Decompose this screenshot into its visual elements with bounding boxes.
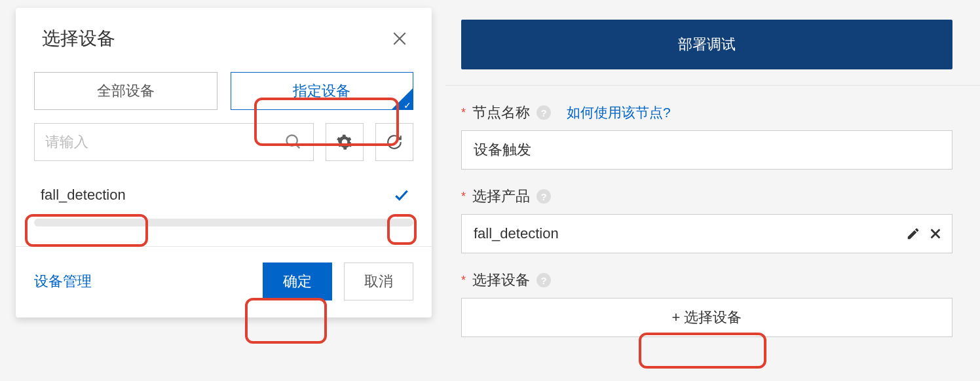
close-icon[interactable] — [388, 27, 411, 50]
help-icon[interactable]: ? — [537, 105, 551, 120]
refresh-button[interactable] — [375, 123, 413, 161]
product-row: fall_detection — [461, 214, 952, 253]
select-device-label: 选择设备 — [472, 270, 530, 290]
modal-body: 全部设备 指定设备 ✓ fall_detection — [16, 63, 432, 227]
deploy-debug-button[interactable]: 部署调试 — [461, 20, 952, 69]
node-help-link[interactable]: 如何使用该节点? — [567, 103, 671, 122]
select-device-button[interactable]: + 选择设备 — [461, 298, 952, 337]
delete-icon[interactable] — [928, 227, 943, 241]
banner-wrap: 部署调试 — [445, 0, 980, 86]
help-icon[interactable]: ? — [537, 189, 551, 204]
svg-point-2 — [287, 136, 297, 146]
edit-icon[interactable] — [906, 227, 920, 241]
config-panel: 部署调试 * 节点名称 ? 如何使用该节点? * 选择产品 ? fall_det… — [432, 0, 980, 381]
device-item[interactable]: fall_detection — [34, 179, 413, 211]
product-name: fall_detection — [474, 225, 559, 242]
required-mark: * — [461, 274, 466, 287]
search-row — [34, 123, 413, 161]
select-device-btn-label: 选择设备 — [684, 308, 742, 327]
modal-header: 选择设备 — [16, 8, 432, 63]
select-device-modal: 选择设备 全部设备 指定设备 ✓ — [16, 8, 432, 318]
cancel-button[interactable]: 取消 — [344, 263, 413, 300]
modal-footer: 设备管理 确定 取消 — [16, 246, 432, 318]
tab-specified-devices[interactable]: 指定设备 ✓ — [231, 72, 414, 110]
tab-row: 全部设备 指定设备 ✓ — [34, 72, 413, 110]
device-manage-link[interactable]: 设备管理 — [34, 272, 92, 291]
node-name-label-row: * 节点名称 ? 如何使用该节点? — [461, 103, 952, 122]
confirm-button[interactable]: 确定 — [263, 263, 332, 300]
tab-specified-label: 指定设备 — [293, 81, 350, 101]
node-name-input[interactable] — [461, 130, 952, 170]
form-section: * 节点名称 ? 如何使用该节点? * 选择产品 ? fall_detectio… — [445, 86, 980, 337]
select-product-label-row: * 选择产品 ? — [461, 187, 952, 206]
search-icon[interactable] — [274, 133, 313, 151]
product-actions — [906, 227, 943, 241]
required-mark: * — [461, 190, 466, 204]
select-device-label-row: * 选择设备 ? — [461, 270, 952, 290]
select-product-label: 选择产品 — [472, 187, 530, 206]
footer-buttons: 确定 取消 — [263, 263, 413, 300]
tab-all-devices[interactable]: 全部设备 — [34, 72, 217, 110]
modal-title: 选择设备 — [42, 26, 115, 51]
required-mark: * — [461, 106, 466, 120]
search-wrapper — [34, 123, 314, 161]
check-icon: ✓ — [404, 100, 411, 111]
scrollbar[interactable] — [34, 219, 413, 227]
plus-icon: + — [672, 309, 681, 326]
checkmark-icon — [392, 186, 411, 204]
help-icon[interactable]: ? — [537, 273, 551, 287]
device-list: fall_detection — [34, 174, 413, 219]
search-input[interactable] — [35, 134, 274, 151]
device-name: fall_detection — [41, 187, 126, 204]
svg-line-3 — [296, 145, 300, 149]
settings-button[interactable] — [326, 123, 364, 161]
node-name-label: 节点名称 — [472, 103, 530, 122]
